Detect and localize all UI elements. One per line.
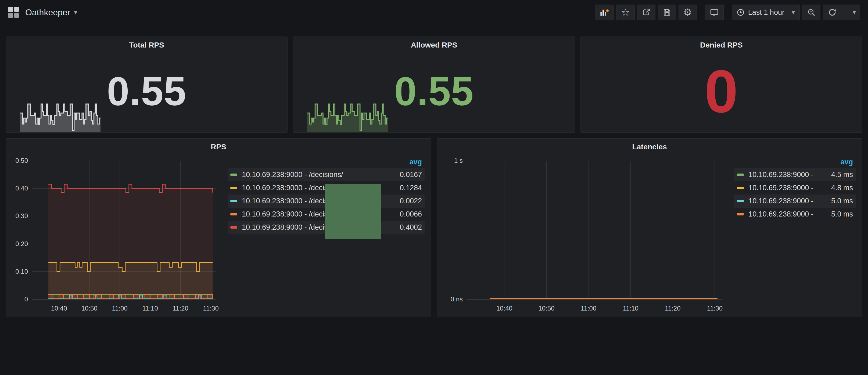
series-avg-value: 4.8 ms [813, 184, 853, 192]
stat-value-allowed-rps: 0.55 [293, 68, 575, 115]
panel-allowed-rps: Allowed RPS 0.55 [293, 36, 575, 133]
series-avg-value: 4.5 ms [813, 170, 853, 179]
share-arrow-icon [642, 8, 651, 17]
series-name: 10.10.69.238:9000 - p100 [748, 210, 813, 218]
panel-title[interactable]: RPS [6, 138, 431, 154]
panel-title[interactable]: Total RPS [6, 37, 287, 52]
dashboard-grid: Total RPS 0.55 Allowed RPS 0.55 Denied R… [0, 25, 868, 317]
svg-text:11:30: 11:30 [203, 305, 218, 312]
series-avg-value: 0.1284 [381, 184, 422, 192]
rps-chart-canvas[interactable]: 10:4010:5011:0011:1011:2011:300.500.400.… [9, 154, 218, 315]
series-avg-value: 5.0 ms [813, 197, 853, 205]
green-overlay-artifact [325, 184, 381, 239]
svg-text:11:10: 11:10 [623, 305, 639, 312]
series-color-swatch-icon [737, 200, 744, 202]
legend-row[interactable]: 10.10.69.238:9000 - p954.8 ms [734, 181, 856, 194]
zoom-out-button[interactable] [802, 5, 820, 20]
svg-text:11:00: 11:00 [581, 305, 596, 312]
panel-title[interactable]: Allowed RPS [293, 37, 575, 52]
clock-icon [737, 8, 745, 17]
series-color-swatch-icon [230, 187, 237, 189]
dashboard-title[interactable]: Oathkeeper [25, 7, 70, 18]
svg-text:10:40: 10:40 [496, 305, 513, 312]
stats-row: Total RPS 0.55 Allowed RPS 0.55 Denied R… [6, 36, 862, 133]
rps-legend: avg10.10.69.238:9000 - /decisions/0.0167… [218, 154, 428, 315]
dashboard-dropdown-caret-icon[interactable]: ▾ [74, 9, 77, 16]
graphs-row: RPS 10:4010:5011:0011:1011:2011:300.500.… [6, 138, 862, 317]
navbar-left: Oathkeeper ▾ [8, 7, 77, 18]
series-color-swatch-icon [230, 174, 237, 176]
series-avg-value: 0.0066 [381, 210, 422, 218]
svg-text:0.20: 0.20 [15, 240, 28, 247]
refresh-interval-dropdown[interactable]: ▾ [845, 5, 860, 20]
series-name: 10.10.69.238:9000 - p99 [748, 197, 813, 205]
panel-title[interactable]: Latencies [437, 138, 862, 154]
panel-total-rps: Total RPS 0.55 [6, 36, 287, 133]
bar-chart-plus-icon [600, 8, 609, 17]
stat-value-denied-rps: 0 [581, 56, 862, 126]
series-color-swatch-icon [230, 226, 237, 228]
svg-text:10:50: 10:50 [538, 305, 555, 312]
save-button[interactable] [658, 5, 676, 20]
gear-icon: ⚙ [683, 7, 692, 17]
magnifier-minus-icon [807, 8, 815, 17]
series-name: 10.10.69.238:9000 - p90 [748, 170, 813, 179]
refresh-button[interactable] [823, 5, 841, 20]
grafana-dashboards-icon[interactable] [8, 7, 19, 18]
svg-text:0.40: 0.40 [15, 185, 28, 192]
series-avg-value: 0.0022 [381, 197, 422, 205]
series-color-swatch-icon [737, 174, 744, 176]
legend-avg-column-header[interactable]: avg [409, 158, 422, 166]
svg-text:0 ns: 0 ns [451, 295, 463, 303]
series-color-swatch-icon [230, 200, 237, 202]
add-panel-button[interactable] [595, 5, 614, 20]
time-range-button[interactable]: Last 1 hour ▾ [732, 5, 800, 20]
floppy-disk-icon [663, 8, 671, 17]
stat-value-total-rps: 0.55 [6, 68, 287, 115]
panel-latencies: Latencies 10:4010:5011:0011:1011:2011:30… [437, 138, 862, 317]
cycle-view-button[interactable] [705, 5, 724, 20]
series-avg-value: 0.0167 [381, 170, 422, 179]
refresh-icon [828, 8, 837, 17]
latencies-chart-canvas[interactable]: 10:4010:5011:0011:1011:2011:301 s0 ns [440, 154, 725, 315]
legend-row[interactable]: 10.10.69.238:9000 - /decisions/0.0167 [228, 168, 425, 181]
panel-title[interactable]: Denied RPS [581, 37, 862, 52]
settings-button[interactable]: ⚙ [679, 5, 697, 20]
legend-rows: 10.10.69.238:9000 - p904.5 ms10.10.69.23… [734, 168, 856, 221]
svg-text:0: 0 [25, 295, 28, 303]
legend-row[interactable]: 10.10.69.238:9000 - p995.0 ms [734, 194, 856, 208]
time-range-caret-icon: ▾ [792, 9, 795, 16]
latencies-legend: avg10.10.69.238:9000 - p904.5 ms10.10.69… [725, 154, 859, 315]
legend-row[interactable]: 10.10.69.238:9000 - p904.5 ms [734, 168, 856, 181]
svg-text:0.50: 0.50 [15, 157, 28, 164]
svg-text:10:50: 10:50 [82, 305, 98, 312]
series-color-swatch-icon [230, 213, 237, 215]
navbar: Oathkeeper ▾ ☆ [0, 0, 868, 25]
legend-header: avg [228, 156, 425, 168]
time-controls-group: Last 1 hour ▾ [732, 5, 860, 20]
legend-header: avg [734, 156, 856, 168]
svg-text:11:10: 11:10 [143, 305, 158, 312]
series-color-swatch-icon [737, 213, 744, 215]
series-avg-value: 0.4002 [381, 223, 422, 231]
series-name: 10.10.69.238:9000 - /decisions/ [242, 170, 381, 179]
view-mode-group [705, 5, 724, 20]
legend-row[interactable]: 10.10.69.238:9000 - p1005.0 ms [734, 208, 856, 221]
panel-rps: RPS 10:4010:5011:0011:1011:2011:300.500.… [6, 138, 431, 317]
panel-denied-rps: Denied RPS 0 [581, 36, 862, 133]
svg-text:11:00: 11:00 [112, 305, 128, 312]
series-avg-value: 5.0 ms [813, 210, 853, 218]
legend-avg-column-header[interactable]: avg [840, 158, 853, 166]
series-name: 10.10.69.238:9000 - p95 [748, 184, 813, 192]
latencies-graph-body: 10:4010:5011:0011:1011:2011:301 s0 ns av… [440, 154, 859, 315]
svg-text:0.30: 0.30 [15, 212, 28, 219]
share-button[interactable] [637, 5, 655, 20]
svg-text:11:20: 11:20 [665, 305, 680, 312]
dashboard-actions-group: ☆ [595, 5, 697, 20]
star-button[interactable]: ☆ [616, 5, 634, 20]
series-color-swatch-icon [737, 187, 744, 189]
monitor-icon [710, 8, 719, 17]
svg-text:10:40: 10:40 [51, 305, 67, 312]
svg-text:11:30: 11:30 [707, 305, 723, 312]
time-range-label: Last 1 hour [748, 8, 784, 17]
